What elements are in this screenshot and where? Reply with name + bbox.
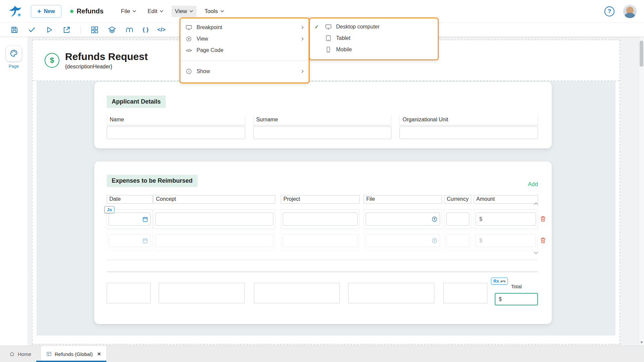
- surname-input[interactable]: [253, 126, 392, 139]
- submenu-item-desktop[interactable]: ✓ Desktop computer: [310, 21, 438, 33]
- widgets-button[interactable]: [90, 25, 99, 34]
- scroll-down-icon[interactable]: [639, 340, 644, 345]
- chevron-right-icon: [301, 69, 304, 73]
- rows-bottom-border: [107, 260, 538, 260]
- vertical-scrollbar[interactable]: [639, 23, 644, 346]
- concept-input[interactable]: [155, 234, 273, 247]
- applicant-details-title: Applicant Details: [107, 96, 166, 108]
- design-canvas: $ Refunds Request {descriptionHeader} Ap…: [28, 37, 639, 346]
- total-input[interactable]: $: [495, 293, 538, 305]
- tab-refunds-global[interactable]: Refunds (Global) ✕: [41, 346, 107, 362]
- total-dollar-prefix: $: [499, 296, 502, 302]
- layers-button[interactable]: [108, 25, 116, 34]
- column-header-currency: Currency: [444, 195, 471, 204]
- menu-item-breakpoint[interactable]: Breakpoint: [180, 22, 309, 33]
- status-dot-icon: [70, 10, 73, 13]
- tab-home-label: Home: [18, 351, 31, 357]
- project-input[interactable]: [283, 234, 358, 247]
- concept-cell: [153, 209, 275, 229]
- save-button[interactable]: [10, 25, 19, 34]
- menu-item-view[interactable]: View: [180, 33, 309, 45]
- chevron-right-icon: [301, 25, 304, 29]
- submenu-item-mobile[interactable]: Mobile: [310, 44, 438, 55]
- object-braces-button[interactable]: { }: [143, 25, 149, 34]
- dollar-prefix: $: [479, 216, 482, 222]
- expense-row-1: $: [94, 209, 552, 229]
- help-icon[interactable]: ?: [604, 6, 614, 16]
- upload-icon[interactable]: [431, 216, 438, 222]
- menu-bar: File Edit View Tools: [118, 6, 227, 17]
- rx-badge-label: Rx: [493, 279, 499, 284]
- export-button[interactable]: [62, 25, 71, 34]
- name-label: Name: [107, 116, 245, 125]
- file-input[interactable]: [366, 213, 440, 226]
- scrollbar-thumb[interactable]: [640, 41, 643, 67]
- app-logo-icon[interactable]: [7, 4, 23, 19]
- column-header-amount: Amount: [474, 195, 538, 204]
- currency-cell: [444, 231, 471, 250]
- page-tab-icon: [46, 351, 52, 357]
- footer-cell-project: [254, 283, 340, 303]
- page-title: Refunds Request: [65, 51, 148, 62]
- file-cell: [364, 209, 442, 229]
- tab-home[interactable]: Home: [4, 346, 37, 362]
- name-input[interactable]: [107, 126, 245, 139]
- tab-refunds-label: Refunds (Global): [55, 351, 93, 357]
- delete-row-icon[interactable]: [539, 237, 547, 245]
- js-badge[interactable]: Js: [104, 206, 114, 213]
- date-cell: [107, 231, 153, 250]
- close-tab-icon[interactable]: ✕: [97, 351, 101, 357]
- amount-input[interactable]: [476, 234, 536, 247]
- tablet-label: Tablet: [336, 35, 433, 41]
- project-status: Refunds: [70, 7, 104, 15]
- menu-file[interactable]: File: [118, 6, 140, 17]
- collapse-up-icon[interactable]: [533, 202, 539, 207]
- file-input[interactable]: [366, 234, 440, 247]
- currency-input[interactable]: [446, 213, 469, 226]
- menu-item-page-code[interactable]: </> Page Code: [180, 45, 309, 56]
- page-palette-button[interactable]: [6, 46, 21, 61]
- check-icon: ✓: [315, 24, 321, 30]
- menu-view[interactable]: View: [171, 6, 197, 17]
- chevron-down-icon: [132, 10, 136, 12]
- project-title: Refunds: [77, 7, 104, 15]
- upload-icon[interactable]: [431, 237, 438, 244]
- amount-input[interactable]: [476, 213, 536, 226]
- app-window: + New Refunds File Edit View Tools: [0, 0, 644, 362]
- delete-row-icon[interactable]: [539, 215, 547, 223]
- calendar-icon[interactable]: [142, 238, 148, 244]
- user-avatar[interactable]: [623, 5, 637, 18]
- validate-button[interactable]: [28, 25, 36, 34]
- amount-cell: $: [474, 209, 538, 229]
- footer-cell-currency: [443, 283, 487, 303]
- new-button[interactable]: + New: [31, 5, 61, 18]
- expenses-card: Expenses to be Reimbursed Add Date Conce…: [94, 162, 552, 324]
- section-divider: [107, 272, 538, 272]
- currency-input[interactable]: [446, 234, 469, 247]
- breakpoint-submenu: ✓ Desktop computer Tablet Mobile: [309, 17, 439, 60]
- menu-tools[interactable]: Tools: [201, 6, 227, 17]
- flows-button[interactable]: [125, 25, 134, 34]
- menu-view-label: View: [175, 8, 187, 15]
- submenu-item-tablet[interactable]: Tablet: [310, 33, 438, 44]
- source-code-button[interactable]: </>: [157, 25, 166, 34]
- run-button[interactable]: [45, 25, 54, 34]
- menu-edit[interactable]: Edit: [144, 6, 167, 17]
- mobile-icon: [325, 46, 332, 53]
- monitor-icon: [185, 24, 193, 31]
- calendar-icon[interactable]: [142, 216, 148, 222]
- menu-item-show[interactable]: Show: [180, 66, 309, 77]
- rx-badge[interactable]: Rx a=x: [491, 278, 508, 285]
- view-dropdown-menu: Breakpoint View </> Page Code Show: [179, 17, 310, 83]
- dollar-prefix: $: [479, 238, 482, 244]
- menu-file-label: File: [121, 8, 130, 15]
- organizational-unit-input[interactable]: [399, 126, 538, 139]
- concept-input[interactable]: [155, 213, 273, 226]
- breakpoint-label: Breakpoint: [197, 24, 297, 31]
- menu-tools-label: Tools: [205, 8, 218, 15]
- collapse-down-icon[interactable]: [533, 251, 539, 256]
- amount-cell: $: [474, 231, 538, 250]
- view-scope-icon: [185, 36, 193, 42]
- add-expense-link[interactable]: Add: [528, 181, 538, 188]
- project-input[interactable]: [283, 213, 358, 226]
